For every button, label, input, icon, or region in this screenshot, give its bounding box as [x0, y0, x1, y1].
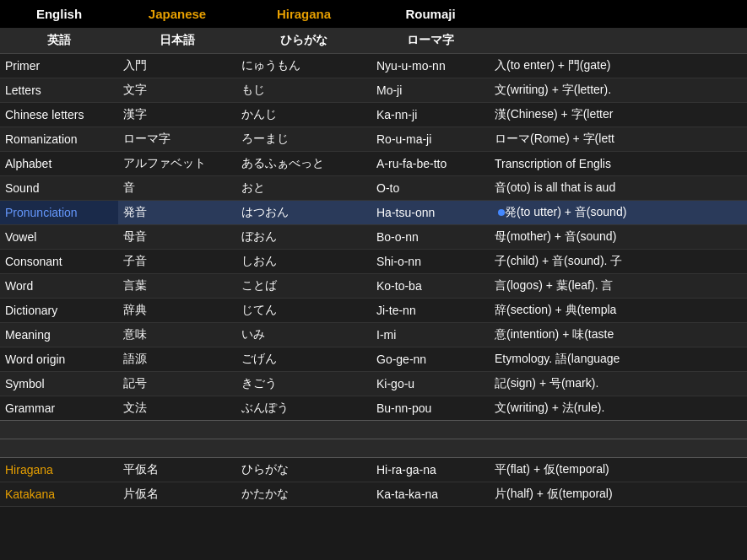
cell-japanese: 辞典	[118, 299, 236, 323]
cell-japanese-hiragana: 片仮名	[118, 482, 236, 507]
cell-english: Primer	[0, 54, 118, 78]
cell-notes: Etymology. 語(language	[490, 347, 747, 372]
cell-notes: Transcription of Englis	[490, 152, 747, 176]
cell-hiragana: おと	[236, 176, 371, 201]
cell-notes: 母(mother) + 音(sound)	[490, 225, 747, 250]
cell-roumaji: Ko-to-ba	[371, 274, 490, 299]
header-hiragana[interactable]: Hiragana	[236, 0, 371, 28]
cell-notes: 子(child) + 音(sound). 子	[490, 250, 747, 274]
cell-hiragana: にゅうもん	[236, 54, 371, 78]
cell-japanese: 漢字	[118, 103, 236, 127]
cell-notes: 音(oto) is all that is aud	[490, 176, 747, 201]
cell-japanese-hiragana: 平仮名	[118, 458, 236, 482]
cell-english: Alphabet	[0, 152, 118, 176]
cell-hiragana: ごげん	[236, 347, 371, 372]
cell-hiragana: はつおん	[236, 201, 371, 225]
cell-english: Romanization	[0, 127, 118, 152]
cell-roumaji: Ji-te-nn	[371, 299, 490, 323]
cell-japanese: 発音	[118, 201, 236, 225]
cell-notes: 発(to utter) + 音(sound)	[490, 201, 747, 225]
separator-cell	[371, 421, 490, 439]
cell-japanese: ローマ字	[118, 127, 236, 152]
header-notes	[490, 0, 747, 28]
cell-hiragana: ぼおん	[236, 225, 371, 250]
cell-hiragana: きごう	[236, 372, 371, 396]
cell-roumaji: I-mi	[371, 323, 490, 347]
cell-roumaji-hiragana: Ka-ta-ka-na	[371, 482, 490, 507]
cell-japanese: アルファベット	[118, 152, 236, 176]
cell-roumaji: Ha-tsu-onn	[371, 201, 490, 225]
cell-english: Pronunciation	[0, 201, 118, 225]
subheader-japanese: 日本語	[118, 28, 236, 54]
empty-cell	[0, 439, 118, 458]
empty-cell	[236, 439, 371, 458]
cell-roumaji: Bu-nn-pou	[371, 396, 490, 421]
cell-notes: 文(writing) + 法(rule).	[490, 396, 747, 421]
cell-hiragana: かんじ	[236, 103, 371, 127]
cell-hiragana: じてん	[236, 299, 371, 323]
cell-notes: 言(logos) + 葉(leaf). 言	[490, 274, 747, 299]
cell-notes-hiragana: 平(flat) + 仮(temporal)	[490, 458, 747, 482]
cell-hiragana: ぶんぽう	[236, 396, 371, 421]
cell-japanese: 音	[118, 176, 236, 201]
cell-notes-hiragana: 片(half) + 仮(temporal)	[490, 482, 747, 507]
selection-dot	[498, 209, 505, 216]
cell-roumaji: Ki-go-u	[371, 372, 490, 396]
empty-cell	[490, 439, 747, 458]
cell-japanese: 母音	[118, 225, 236, 250]
cell-notes: 漢(Chinese) + 字(letter	[490, 103, 747, 127]
cell-roumaji: Ka-nn-ji	[371, 103, 490, 127]
header-english: English	[0, 0, 118, 28]
cell-roumaji-hiragana: Hi-ra-ga-na	[371, 458, 490, 482]
cell-roumaji: Ro-u-ma-ji	[371, 127, 490, 152]
cell-english-hiragana[interactable]: Katakana	[0, 482, 118, 507]
cell-notes: ローマ(Rome) + 字(lett	[490, 127, 747, 152]
cell-roumaji: Nyu-u-mo-nn	[371, 54, 490, 78]
cell-roumaji: Shi-o-nn	[371, 250, 490, 274]
cell-hiragana: しおん	[236, 250, 371, 274]
cell-hiragana: ろーまじ	[236, 127, 371, 152]
cell-hiragana: ことば	[236, 274, 371, 299]
subheader-english: 英語	[0, 28, 118, 54]
cell-english: Sound	[0, 176, 118, 201]
cell-notes: 意(intention) + 味(taste	[490, 323, 747, 347]
cell-english: Dictionary	[0, 299, 118, 323]
cell-english-hiragana[interactable]: Hiragana	[0, 458, 118, 482]
empty-cell	[118, 439, 236, 458]
cell-english: Word origin	[0, 347, 118, 372]
cell-roumaji: O-to	[371, 176, 490, 201]
header-roumaji: Roumaji	[371, 0, 490, 28]
cell-japanese: 文字	[118, 78, 236, 103]
separator-cell	[236, 421, 371, 439]
separator-cell	[490, 421, 747, 439]
cell-notes: 記(sign) + 号(mark).	[490, 372, 747, 396]
cell-notes: 文(writing) + 字(letter).	[490, 78, 747, 103]
cell-hiragana-hiragana: かたかな	[236, 482, 371, 507]
cell-hiragana: いみ	[236, 323, 371, 347]
cell-english: Letters	[0, 78, 118, 103]
cell-roumaji: Mo-ji	[371, 78, 490, 103]
cell-english: Meaning	[0, 323, 118, 347]
cell-english: Consonant	[0, 250, 118, 274]
subheader-roumaji: ローマ字	[371, 28, 490, 54]
cell-japanese: 意味	[118, 323, 236, 347]
separator-cell	[118, 421, 236, 439]
cell-roumaji: Bo-o-nn	[371, 225, 490, 250]
cell-notes: 入(to enter) + 門(gate)	[490, 54, 747, 78]
subheader-notes	[490, 28, 747, 54]
cell-hiragana-hiragana: ひらがな	[236, 458, 371, 482]
cell-notes: 辞(section) + 典(templa	[490, 299, 747, 323]
separator-cell	[0, 421, 118, 439]
cell-japanese: 言葉	[118, 274, 236, 299]
cell-english: Symbol	[0, 372, 118, 396]
cell-japanese: 記号	[118, 372, 236, 396]
cell-roumaji: A-ru-fa-be-tto	[371, 152, 490, 176]
cell-japanese: 語源	[118, 347, 236, 372]
cell-japanese: 入門	[118, 54, 236, 78]
header-japanese[interactable]: Japanese	[118, 0, 236, 28]
cell-hiragana: あるふぁべっと	[236, 152, 371, 176]
subheader-hiragana: ひらがな	[236, 28, 371, 54]
cell-roumaji: Go-ge-nn	[371, 347, 490, 372]
cell-english: Word	[0, 274, 118, 299]
cell-japanese: 子音	[118, 250, 236, 274]
